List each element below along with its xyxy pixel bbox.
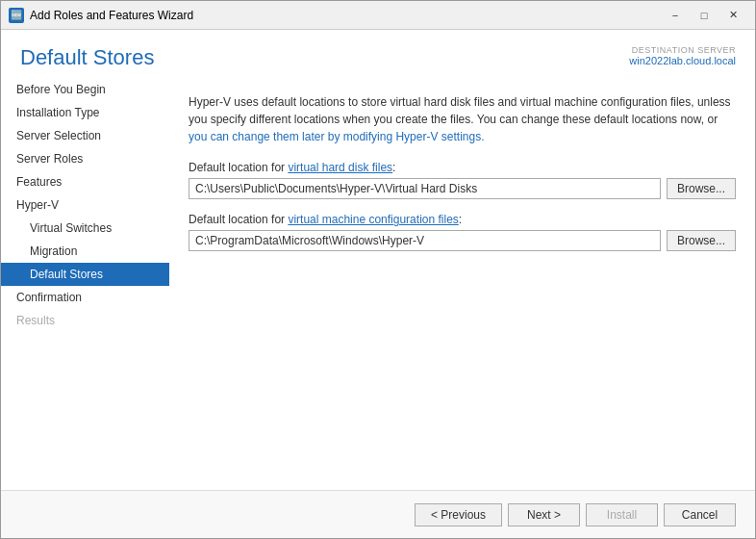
app-icon: 🆕	[9, 8, 24, 23]
field-group-vhd: Default location for virtual hard disk f…	[189, 161, 736, 199]
sidebar-item-features[interactable]: Features	[1, 170, 169, 193]
window-title: Add Roles and Features Wizard	[30, 9, 661, 22]
sidebar-item-results: Results	[1, 309, 169, 332]
vhd-link: virtual hard disk files	[288, 161, 392, 174]
vhd-path-input[interactable]	[189, 178, 661, 199]
description-text: Hyper-V uses default locations to store …	[189, 93, 736, 145]
sidebar-item-hyper-v[interactable]: Hyper-V	[1, 193, 169, 217]
sidebar-item-migration[interactable]: Migration	[1, 240, 169, 263]
titlebar: 🆕 Add Roles and Features Wizard − □ ✕	[1, 1, 755, 30]
vmconfig-link: virtual machine configuration files	[288, 213, 458, 226]
sidebar-item-server-roles[interactable]: Server Roles	[1, 147, 169, 170]
header-section: Default Stores DESTINATION SERVER win202…	[1, 30, 755, 78]
sidebar: Before You Begin Installation Type Serve…	[1, 78, 169, 490]
minimize-button[interactable]: −	[661, 6, 690, 25]
wizard-window: 🆕 Add Roles and Features Wizard − □ ✕ De…	[0, 0, 756, 539]
field-label-vhd: Default location for virtual hard disk f…	[189, 161, 736, 174]
sidebar-item-server-selection[interactable]: Server Selection	[1, 124, 169, 147]
vmconfig-path-input[interactable]	[189, 230, 661, 251]
destination-server: DESTINATION SERVER win2022lab.cloud.loca…	[629, 45, 736, 66]
previous-button[interactable]: < Previous	[415, 503, 502, 526]
field-group-vmconfig: Default location for virtual machine con…	[189, 213, 736, 251]
settings-link: you can change them later by modifying H…	[189, 130, 485, 143]
field-row-vhd: Browse...	[189, 178, 736, 199]
window-controls: − □ ✕	[661, 6, 747, 25]
sidebar-item-before-you-begin[interactable]: Before You Begin	[1, 78, 169, 101]
page-title: Default Stores	[20, 45, 154, 70]
next-button[interactable]: Next >	[508, 503, 580, 526]
maximize-button[interactable]: □	[690, 6, 718, 25]
close-button[interactable]: ✕	[718, 6, 747, 25]
field-label-vmconfig: Default location for virtual machine con…	[189, 213, 736, 226]
sidebar-item-virtual-switches[interactable]: Virtual Switches	[1, 217, 169, 240]
destination-label: DESTINATION SERVER	[629, 45, 736, 55]
footer: < Previous Next > Install Cancel	[1, 490, 755, 538]
sidebar-item-default-stores[interactable]: Default Stores	[1, 263, 169, 286]
browse-vhd-button[interactable]: Browse...	[667, 178, 736, 199]
main-content: Hyper-V uses default locations to store …	[169, 78, 755, 490]
main-body: Before You Begin Installation Type Serve…	[1, 78, 755, 490]
cancel-button[interactable]: Cancel	[664, 503, 736, 526]
server-name: win2022lab.cloud.local	[629, 55, 736, 66]
sidebar-item-installation-type[interactable]: Installation Type	[1, 101, 169, 124]
install-button: Install	[586, 503, 658, 526]
browse-vmconfig-button[interactable]: Browse...	[667, 230, 736, 251]
content-area: Default Stores DESTINATION SERVER win202…	[1, 30, 755, 538]
sidebar-item-confirmation[interactable]: Confirmation	[1, 286, 169, 309]
field-row-vmconfig: Browse...	[189, 230, 736, 251]
